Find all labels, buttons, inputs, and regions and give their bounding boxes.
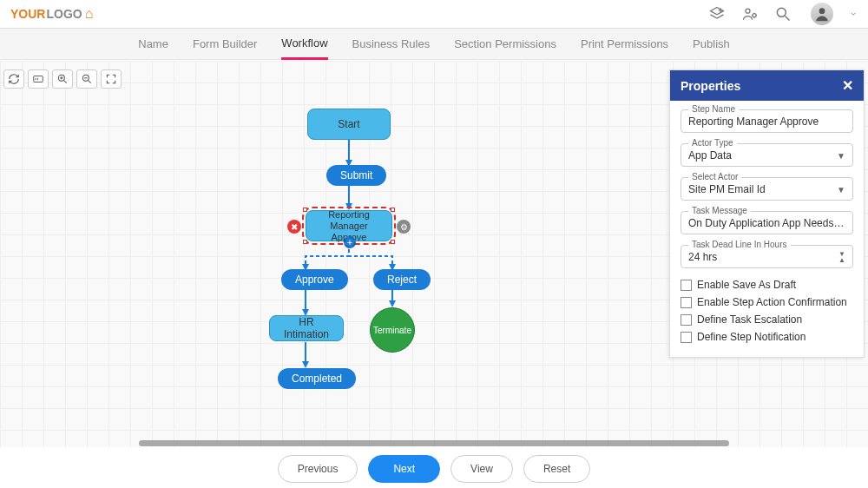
node-completed-label: Completed [292, 373, 342, 385]
next-button[interactable]: Next [368, 455, 440, 483]
svg-line-15 [89, 81, 91, 83]
node-reject-label: Reject [387, 274, 417, 286]
deadline-label: Task Dead Line In Hours [688, 240, 791, 249]
tab-form-builder[interactable]: Form Builder [193, 30, 257, 58]
zoom-in-button[interactable] [52, 69, 73, 89]
tab-name[interactable]: Name [138, 30, 168, 58]
close-properties-button[interactable]: ✕ [842, 77, 853, 94]
logo-text-1: YOUR [10, 7, 45, 21]
node-submit-label: Submit [340, 169, 372, 181]
refresh-button[interactable] [3, 69, 24, 89]
node-terminate[interactable]: Terminate [370, 307, 415, 353]
actor-type-field[interactable]: Actor Type App Data ▼ [681, 143, 853, 167]
user-avatar[interactable] [811, 3, 833, 25]
select-actor-label: Select Actor [688, 172, 741, 181]
zoom-out-button[interactable] [76, 69, 97, 89]
resize-handle-sw[interactable] [303, 240, 307, 244]
step-name-field[interactable]: Step Name Reporting Manager Approve [681, 109, 853, 133]
fit-button[interactable] [28, 69, 49, 89]
checkbox-icon [681, 314, 692, 326]
task-message-field[interactable]: Task Message On Duty Application App Nee… [681, 211, 853, 234]
user-settings-icon[interactable] [741, 5, 759, 23]
svg-point-6 [819, 8, 825, 14]
node-approve[interactable]: Approve [281, 269, 348, 290]
svg-line-5 [786, 16, 790, 21]
enable-save-draft-checkbox[interactable]: Enable Save As Draft [681, 279, 853, 291]
svg-marker-28 [302, 361, 309, 368]
svg-rect-7 [34, 76, 43, 82]
step-name-label: Step Name [688, 104, 739, 114]
add-connector-icon[interactable]: + [344, 236, 356, 248]
select-actor-select[interactable]: Site PM Email Id [688, 183, 845, 195]
header-actions [708, 3, 858, 25]
footer-actions: Previous Next View Reset [0, 455, 868, 483]
deadline-field[interactable]: Task Dead Line In Hours 24 hrs ▼▲ [681, 245, 853, 268]
delete-node-icon[interactable]: ✖ [287, 220, 301, 234]
properties-header: Properties ✕ [670, 70, 864, 101]
enable-step-confirmation-checkbox[interactable]: Enable Step Action Confirmation [681, 296, 853, 308]
logo-house-icon: ⌂ [85, 6, 94, 22]
task-message-input[interactable]: On Duty Application App Needs Acti... [688, 217, 845, 229]
previous-button[interactable]: Previous [278, 455, 358, 483]
actor-type-select[interactable]: App Data [688, 149, 845, 162]
svg-point-4 [777, 8, 786, 16]
reset-button[interactable]: Reset [523, 455, 590, 483]
svg-point-3 [753, 14, 756, 17]
node-settings-icon[interactable]: ⚙ [397, 220, 411, 234]
checkbox-icon [681, 297, 692, 308]
tab-workflow[interactable]: Workflow [281, 29, 327, 60]
check-label: Enable Save As Draft [697, 279, 796, 291]
app-header: YOURLOGO ⌂ [0, 0, 868, 29]
select-actor-field[interactable]: Select Actor Site PM Email Id ▼ [681, 177, 853, 201]
properties-title: Properties [681, 79, 740, 93]
node-hr-label: HR Intimation [279, 316, 334, 340]
node-completed[interactable]: Completed [278, 368, 356, 389]
resize-handle-ne[interactable] [391, 208, 395, 212]
tab-bar: Name Form Builder Workflow Business Rule… [0, 29, 868, 60]
properties-panel: Properties ✕ Step Name Reporting Manager… [669, 69, 865, 358]
layers-icon[interactable] [708, 5, 726, 23]
node-approve-label: Approve [295, 274, 334, 286]
node-terminate-label: Terminate [373, 326, 411, 335]
node-reporting-manager-approve[interactable]: Reporting Manager Approve ✖ ⚙ + [306, 210, 392, 241]
step-name-input[interactable]: Reporting Manager Approve [688, 115, 845, 128]
search-icon[interactable] [774, 5, 792, 23]
check-label: Define Task Escalation [697, 313, 802, 326]
svg-marker-26 [389, 300, 396, 307]
properties-body: Step Name Reporting Manager Approve Acto… [670, 101, 864, 357]
checkbox-icon [681, 332, 692, 343]
define-step-notification-checkbox[interactable]: Define Step Notification [681, 331, 853, 343]
svg-line-11 [64, 81, 67, 83]
avatar-chevron-icon[interactable] [849, 10, 858, 18]
view-button[interactable]: View [450, 455, 513, 483]
app-logo: YOURLOGO ⌂ [10, 6, 93, 22]
tab-publish[interactable]: Publish [693, 30, 730, 58]
tab-print-permissions[interactable]: Print Permissions [581, 30, 668, 58]
deadline-spinner[interactable]: ▼▲ [838, 251, 845, 263]
check-label: Define Step Notification [697, 331, 806, 343]
canvas-toolbar [3, 69, 122, 89]
task-message-label: Task Message [688, 206, 751, 215]
tab-section-permissions[interactable]: Section Permissions [454, 30, 556, 58]
resize-handle-se[interactable] [391, 240, 395, 244]
fullscreen-button[interactable] [101, 69, 122, 89]
node-hr-intimation[interactable]: HR Intimation [269, 315, 344, 341]
deadline-input[interactable]: 24 hrs [688, 251, 845, 263]
logo-text-2: LOGO [46, 7, 82, 21]
define-task-escalation-checkbox[interactable]: Define Task Escalation [681, 313, 853, 326]
node-reject[interactable]: Reject [373, 269, 431, 290]
check-label: Enable Step Action Confirmation [697, 296, 847, 308]
svg-point-2 [746, 9, 750, 13]
node-start-label: Start [338, 118, 359, 130]
tab-business-rules[interactable]: Business Rules [352, 30, 431, 58]
chevron-down-icon: ▼ [837, 184, 845, 194]
actor-type-label: Actor Type [688, 138, 737, 148]
node-start[interactable]: Start [307, 109, 391, 140]
checkbox-icon [681, 280, 692, 291]
horizontal-scrollbar[interactable] [139, 440, 729, 446]
node-submit[interactable]: Submit [326, 165, 386, 186]
chevron-down-icon: ▼ [837, 150, 845, 160]
resize-handle-nw[interactable] [303, 208, 307, 212]
